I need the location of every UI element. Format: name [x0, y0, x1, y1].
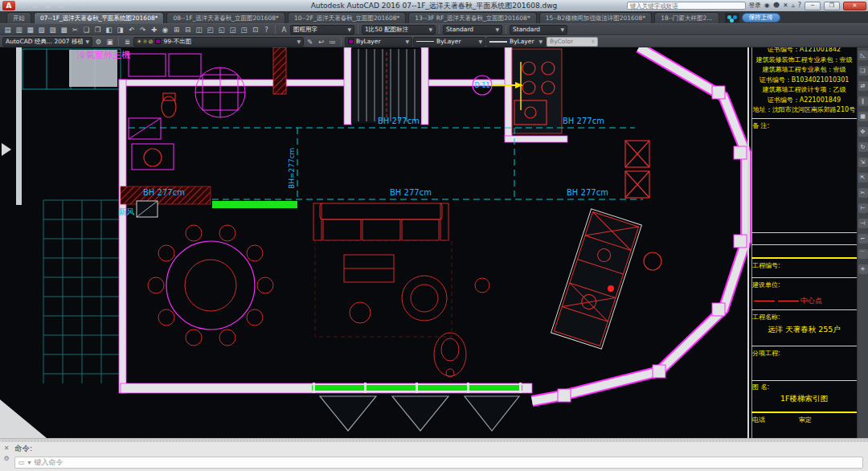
make-object-layer-current-icon[interactable]: ✎ — [305, 37, 315, 47]
autocad-logo-icon[interactable]: A — [2, 1, 15, 10]
redo-icon[interactable]: ↷ — [81, 1, 92, 10]
cut-icon[interactable]: ✂ — [70, 25, 80, 35]
zoom-window-icon[interactable]: ⊞ — [171, 25, 182, 35]
save-icon[interactable]: ▦ — [25, 25, 35, 35]
designcenter-icon[interactable]: ◰ — [205, 25, 215, 35]
chevron-down-icon: ▼ — [538, 39, 542, 44]
workspace-dropdown[interactable]: AutoCAD 经典... 2007 移植▼ — [2, 37, 92, 47]
linetype-control-dropdown[interactable]: ByLayer ▼ — [413, 37, 485, 47]
fillet-icon[interactable]: ⌒ — [858, 249, 868, 259]
chevron-down-icon: ▼ — [478, 39, 482, 44]
open-icon[interactable]: ▥ — [30, 1, 40, 10]
infocenter-search-input[interactable] — [627, 2, 746, 10]
color-control-dropdown[interactable]: ByLayer ▼ — [345, 37, 412, 47]
fresh-air-label: 新风 — [118, 207, 134, 216]
upload-button[interactable]: 保持上传 — [742, 13, 780, 23]
file-tab[interactable]: 10--2F_远洋天著春秋_立面图201608* — [288, 12, 406, 23]
pan-icon[interactable]: ✚ — [149, 25, 159, 35]
layer-previous-icon[interactable]: ↩ — [316, 37, 326, 47]
layer-color-swatch — [155, 39, 161, 44]
chamfer-icon[interactable]: ⌐ — [858, 234, 868, 244]
title-bar: A ▤▥▦▧↶↷▾ Autodesk AutoCAD 2016 07--1F_远… — [0, 0, 868, 11]
undo-icon[interactable]: ↶ — [68, 1, 79, 10]
save-icon[interactable]: ▦ — [43, 1, 53, 10]
help-icon[interactable]: ? — [798, 2, 801, 10]
project-name-value: 远洋 天著春秋 255户 — [752, 325, 856, 335]
command-panel-grabber[interactable] — [0, 439, 868, 442]
plot-preview-icon[interactable]: ▨ — [47, 25, 58, 35]
command-line-panel: ✕ ⚙ 命令: ▭ ▾ 键入命令 — [0, 438, 868, 471]
open-icon[interactable]: ▥ — [14, 25, 24, 35]
file-tab[interactable]: 开始 — [6, 12, 31, 23]
exchange-apps-icon[interactable]: ✕ — [783, 2, 788, 10]
copy-icon[interactable]: ❏ — [81, 25, 92, 35]
table-style-dropdown[interactable]: Standard▼ — [443, 25, 502, 35]
workspace-settings-icon[interactable]: ⚙ — [93, 37, 104, 47]
new-file-icon[interactable]: ▤ — [17, 1, 27, 10]
lineweight-control-dropdown[interactable]: ByLayer ▼ — [486, 37, 546, 47]
erase-icon[interactable]: ◺ — [858, 51, 868, 60]
match-properties-icon[interactable]: ◧ — [104, 25, 114, 35]
block-editor-icon[interactable]: ◨ — [115, 25, 125, 35]
array-icon[interactable]: ▦ — [858, 112, 868, 121]
minimize-button[interactable]: ─ — [805, 2, 821, 10]
stretch-icon[interactable]: ⇱ — [858, 173, 868, 182]
paste-icon[interactable]: ❐ — [92, 25, 103, 35]
file-tab[interactable]: 07--1F_远洋天著春秋_平面系统图201608* — [34, 12, 164, 23]
file-tab[interactable]: 18--门窗大样图2... — [654, 12, 719, 23]
client-label: 建设单位: — [752, 281, 856, 289]
mleader-style-dropdown[interactable]: Standard▼ — [510, 25, 567, 35]
mirror-icon[interactable]: ⇄ — [858, 81, 868, 91]
drawing-canvas[interactable]: 冷氣室外主機 BH 277cm BH 277cm BH 277cm BH 277… — [0, 47, 868, 438]
publish-icon[interactable]: ▩ — [59, 25, 69, 35]
scale-icon[interactable]: ⇲ — [858, 158, 868, 167]
quick-access-toolbar: ▤▥▦▧↶↷▾ — [17, 1, 104, 10]
command-input[interactable]: ▭ ▾ 键入命令 — [14, 457, 863, 469]
extend-icon[interactable]: ⊢ — [858, 203, 868, 213]
dim-style-dropdown[interactable]: 1比50 配图标注▼ — [362, 25, 436, 35]
close-button[interactable]: ✕ — [843, 2, 866, 10]
qat-dropdown-icon[interactable]: ▾ — [94, 1, 104, 10]
offset-icon[interactable]: ∥ — [858, 96, 868, 106]
file-tabs: 开始 07--1F_远洋天著春秋_平面系统图201608* 08--1F_远洋天… — [6, 12, 722, 23]
beam-height-label: BH 277cm — [563, 117, 604, 125]
signin-person-icon[interactable]: ☻ — [773, 2, 780, 10]
standard-toolbar: ▤▥▦▧▨▩✂❏❐◧◨↶↷✚◉⊞⊟◫◰◱◲◳⊡? A 图框用字▼ 1比50 配图… — [0, 23, 868, 35]
layer-dropdown[interactable]: ☀☼⊘ 99-不出图 ▼ — [133, 37, 304, 47]
quickcalc-icon[interactable]: ⊡ — [250, 25, 260, 35]
properties-icon[interactable]: ◫ — [194, 25, 204, 35]
new-file-icon[interactable]: ▤ — [2, 25, 13, 35]
communication-center-icon[interactable]: ◉ — [764, 2, 770, 10]
layer-properties-icon[interactable]: ≣ — [122, 37, 133, 47]
help-icon[interactable]: ? — [261, 25, 272, 35]
save-workspace-icon[interactable]: ▣ — [104, 37, 115, 47]
explode-icon[interactable]: ✳ — [858, 264, 868, 274]
text-style-icon: A — [279, 25, 289, 35]
text-style-dropdown[interactable]: 图框用字▼ — [290, 25, 354, 35]
signin-label[interactable]: 登录 — [749, 2, 761, 10]
plot-icon[interactable]: ▧ — [36, 25, 47, 35]
command-customize-icon[interactable]: ⚙ — [3, 455, 9, 462]
move-icon[interactable]: ✜ — [858, 127, 868, 137]
a360-menu-icon[interactable]: ▵ — [792, 2, 795, 10]
zoom-realtime-icon[interactable]: ◉ — [160, 25, 170, 35]
command-close-icon[interactable]: ✕ — [4, 444, 10, 452]
copy-icon[interactable]: ❏ — [858, 66, 868, 76]
file-tab[interactable]: 08--1F_远洋天著春秋_立面图201608* — [166, 12, 285, 23]
zoom-previous-icon[interactable]: ⊟ — [182, 25, 193, 35]
file-tab[interactable]: 15--B2楼梯间加强做法详图201608* — [539, 12, 653, 23]
undo-icon[interactable]: ↶ — [126, 25, 137, 35]
file-tab[interactable]: 13--3F RF_远洋天著春秋_立面图201608* — [408, 12, 536, 23]
trim-icon[interactable]: ✂ — [858, 188, 868, 198]
layer-states-icon[interactable]: ≔ — [327, 37, 338, 47]
sheet-set-manager-icon[interactable]: ◲ — [227, 25, 238, 35]
break-icon[interactable]: ⊣ — [858, 219, 868, 228]
a360-icon[interactable] — [725, 13, 739, 23]
markup-icon[interactable]: ◳ — [239, 25, 249, 35]
plot-icon[interactable]: ▧ — [55, 1, 66, 10]
restore-button[interactable]: ❐ — [824, 2, 840, 10]
rotate-icon[interactable]: ↻ — [858, 142, 868, 152]
tool-palettes-icon[interactable]: ◱ — [216, 25, 227, 35]
redo-icon[interactable]: ↷ — [137, 25, 148, 35]
file-tab-bar: 开始 07--1F_远洋天著春秋_平面系统图201608* 08--1F_远洋天… — [0, 11, 868, 23]
